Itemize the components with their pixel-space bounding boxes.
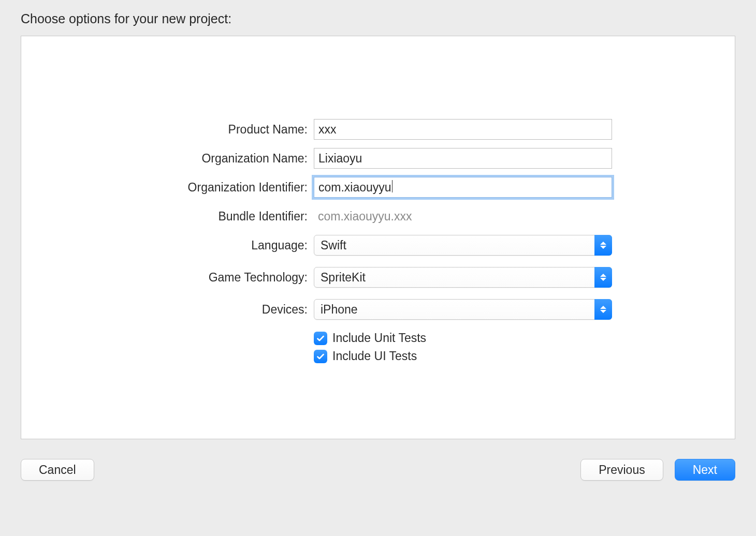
dialog-title: Choose options for your new project: xyxy=(21,11,735,26)
checkmark-icon xyxy=(316,334,325,343)
chevron-up-icon xyxy=(600,306,606,309)
organization-identifier-input[interactable]: com.xiaouyyu xyxy=(314,177,612,198)
game-technology-select-value: SpriteKit xyxy=(314,267,612,287)
product-name-label: Product Name: xyxy=(21,123,314,137)
stepper-icon xyxy=(594,267,612,288)
stepper-icon xyxy=(594,299,612,320)
devices-select-value: iPhone xyxy=(314,300,612,319)
devices-label: Devices: xyxy=(21,303,314,317)
game-technology-row: Game Technology: SpriteKit xyxy=(21,267,735,288)
checkmark-icon xyxy=(316,352,325,361)
organization-identifier-label: Organization Identifier: xyxy=(21,181,314,195)
include-ui-tests-label: Include UI Tests xyxy=(332,349,417,363)
language-select-value: Swift xyxy=(314,235,612,255)
include-unit-tests-row: Include Unit Tests xyxy=(21,331,735,345)
organization-identifier-row: Organization Identifier: com.xiaouyyu xyxy=(21,177,735,198)
next-button[interactable]: Next xyxy=(675,459,735,481)
cancel-button[interactable]: Cancel xyxy=(21,459,94,481)
organization-identifier-value: com.xiaouyyu xyxy=(318,181,391,195)
bundle-identifier-value: com.xiaouyyu.xxx xyxy=(314,206,612,227)
dialog-footer: Cancel Previous Next xyxy=(21,459,735,481)
bundle-identifier-row: Bundle Identifier: com.xiaouyyu.xxx xyxy=(21,206,735,227)
include-ui-tests-checkbox[interactable] xyxy=(314,350,327,363)
bundle-identifier-label: Bundle Identifier: xyxy=(21,210,314,224)
language-label: Language: xyxy=(21,239,314,252)
organization-name-label: Organization Name: xyxy=(21,152,314,166)
previous-button[interactable]: Previous xyxy=(580,459,663,481)
organization-name-input[interactable] xyxy=(314,148,612,169)
devices-row: Devices: iPhone xyxy=(21,299,735,320)
devices-select[interactable]: iPhone xyxy=(314,299,612,320)
chevron-up-icon xyxy=(600,274,606,277)
organization-name-row: Organization Name: xyxy=(21,148,735,169)
product-name-row: Product Name: xyxy=(21,119,735,140)
include-unit-tests-label: Include Unit Tests xyxy=(332,331,426,345)
language-row: Language: Swift xyxy=(21,235,735,256)
game-technology-select[interactable]: SpriteKit xyxy=(314,267,612,288)
options-panel: Product Name: Organization Name: Organiz… xyxy=(21,36,735,439)
language-select[interactable]: Swift xyxy=(314,235,612,256)
product-name-input[interactable] xyxy=(314,119,612,140)
chevron-down-icon xyxy=(600,246,606,249)
text-caret xyxy=(392,180,392,192)
game-technology-label: Game Technology: xyxy=(21,271,314,285)
stepper-icon xyxy=(594,235,612,256)
project-options-form: Product Name: Organization Name: Organiz… xyxy=(21,119,735,363)
chevron-down-icon xyxy=(600,310,606,313)
include-unit-tests-checkbox[interactable] xyxy=(314,332,327,345)
chevron-up-icon xyxy=(600,242,606,245)
chevron-down-icon xyxy=(600,278,606,281)
include-ui-tests-row: Include UI Tests xyxy=(21,349,735,363)
